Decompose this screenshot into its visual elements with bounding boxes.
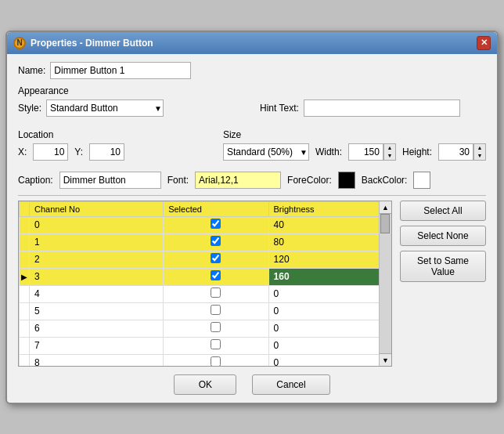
selected-cell bbox=[164, 337, 268, 354]
width-down-button[interactable]: ▼ bbox=[384, 152, 395, 160]
row-arrow-cell bbox=[20, 337, 30, 354]
selected-cell bbox=[164, 302, 268, 320]
row-arrow-cell bbox=[20, 354, 30, 367]
dialog: N Properties - Dimmer Button ✕ Name: App… bbox=[5, 31, 499, 404]
hint-input[interactable] bbox=[304, 99, 460, 117]
title-bar-left: N Properties - Dimmer Button bbox=[13, 37, 153, 49]
row-arrow-cell: ▶ bbox=[20, 268, 30, 285]
selected-cell bbox=[164, 216, 268, 233]
brightness-cell: 160 bbox=[268, 268, 391, 285]
main-area: Channel No Selected Brightness 040180212… bbox=[18, 201, 486, 367]
width-label: Width: bbox=[315, 146, 342, 157]
select-all-button[interactable]: Select All bbox=[400, 201, 486, 221]
table-row: 70 bbox=[20, 337, 391, 354]
table-row: 040 bbox=[20, 216, 391, 233]
selected-cell bbox=[164, 251, 268, 268]
size-section: Size Standard (50%) ▼ Width: ▲ ▼ bbox=[223, 129, 486, 165]
style-select[interactable]: Standard Button Toggle Button Custom bbox=[46, 99, 164, 117]
channel-checkbox[interactable] bbox=[211, 288, 221, 298]
close-button[interactable]: ✕ bbox=[477, 36, 491, 50]
brightness-cell: 0 bbox=[268, 337, 391, 354]
table-row: 60 bbox=[20, 320, 391, 337]
channel-checkbox[interactable] bbox=[211, 322, 221, 332]
table-row: 2120 bbox=[20, 251, 391, 268]
height-input[interactable] bbox=[438, 143, 473, 161]
table-header-row: Channel No Selected Brightness bbox=[20, 201, 391, 216]
hint-label: Hint Text: bbox=[260, 103, 299, 114]
row-arrow-cell bbox=[20, 216, 30, 233]
y-input[interactable] bbox=[89, 143, 124, 161]
select-none-button[interactable]: Select None bbox=[400, 226, 486, 246]
caption-label: Caption: bbox=[18, 175, 53, 186]
style-select-wrapper: Standard Button Toggle Button Custom ▼ bbox=[46, 99, 164, 117]
width-spinner: ▲ ▼ bbox=[348, 143, 396, 161]
width-up-button[interactable]: ▲ bbox=[384, 144, 395, 152]
font-label: Font: bbox=[167, 175, 189, 186]
style-hint-row: Style: Standard Button Toggle Button Cus… bbox=[18, 99, 486, 123]
channel-checkbox[interactable] bbox=[211, 270, 221, 280]
height-spinner: ▲ ▼ bbox=[438, 143, 486, 161]
ok-button[interactable]: OK bbox=[174, 374, 236, 395]
channel-no-cell: 1 bbox=[30, 233, 164, 251]
scroll-thumb[interactable] bbox=[380, 214, 390, 233]
height-down-button[interactable]: ▼ bbox=[474, 152, 485, 160]
cancel-button[interactable]: Cancel bbox=[252, 374, 329, 395]
location-label: Location bbox=[18, 129, 207, 140]
size-inputs: Standard (50%) ▼ Width: ▲ ▼ Height: bbox=[223, 143, 486, 161]
title-bar: N Properties - Dimmer Button ✕ bbox=[7, 32, 497, 54]
font-input[interactable] bbox=[195, 172, 281, 189]
height-spinner-btns: ▲ ▼ bbox=[473, 143, 486, 161]
channel-table: Channel No Selected Brightness 040180212… bbox=[19, 201, 391, 367]
fore-color-label: ForeColor: bbox=[287, 175, 332, 186]
height-up-button[interactable]: ▲ bbox=[474, 144, 485, 152]
width-input[interactable] bbox=[348, 143, 383, 161]
brightness-cell: 0 bbox=[268, 302, 391, 320]
style-row: Style: Standard Button Toggle Button Cus… bbox=[18, 99, 244, 117]
selected-cell bbox=[164, 285, 268, 302]
brightness-header: Brightness bbox=[268, 201, 391, 216]
fore-color-swatch[interactable] bbox=[338, 172, 355, 189]
row-arrow-cell bbox=[20, 233, 30, 251]
channel-no-cell: 5 bbox=[30, 302, 164, 320]
selected-cell bbox=[164, 320, 268, 337]
selected-cell bbox=[164, 354, 268, 367]
height-label: Height: bbox=[402, 146, 432, 157]
channel-checkbox[interactable] bbox=[211, 253, 221, 263]
selected-cell bbox=[164, 268, 268, 285]
location-inputs: X: Y: bbox=[18, 143, 207, 161]
table-row: 80 bbox=[20, 354, 391, 367]
channel-checkbox[interactable] bbox=[211, 356, 221, 367]
scroll-up-button[interactable]: ▲ bbox=[380, 201, 391, 214]
channel-table-body: 0401802120▶31604050607080 bbox=[20, 216, 391, 367]
table-row: 180 bbox=[20, 233, 391, 251]
caption-row: Caption: Font: ForeColor: BackColor: bbox=[18, 172, 486, 189]
brightness-cell: 0 bbox=[268, 354, 391, 367]
brightness-cell: 80 bbox=[268, 233, 391, 251]
hint-section: Hint Text: bbox=[260, 99, 486, 117]
style-label: Style: bbox=[18, 103, 41, 114]
row-arrow-cell bbox=[20, 320, 30, 337]
dialog-body: Name: Appearance Style: Standard Button … bbox=[7, 54, 497, 403]
x-label: X: bbox=[18, 146, 27, 157]
channel-checkbox[interactable] bbox=[211, 236, 221, 246]
set-same-value-button[interactable]: Set to Same Value bbox=[400, 251, 486, 282]
location-section: Location X: Y: bbox=[18, 129, 207, 165]
size-style-select[interactable]: Standard (50%) bbox=[223, 143, 309, 161]
row-arrow-cell bbox=[20, 302, 30, 320]
name-input[interactable] bbox=[50, 62, 191, 79]
channel-no-cell: 7 bbox=[30, 337, 164, 354]
app-icon: N bbox=[13, 37, 26, 49]
caption-input[interactable] bbox=[59, 172, 161, 189]
x-input[interactable] bbox=[33, 143, 68, 161]
channel-checkbox[interactable] bbox=[211, 305, 221, 315]
selected-header: Selected bbox=[164, 201, 268, 216]
channel-checkbox[interactable] bbox=[211, 339, 221, 349]
back-color-swatch[interactable] bbox=[413, 172, 430, 189]
table-row: 50 bbox=[20, 302, 391, 320]
size-style-wrapper: Standard (50%) ▼ bbox=[223, 143, 309, 161]
name-label: Name: bbox=[18, 65, 45, 76]
brightness-cell: 0 bbox=[268, 320, 391, 337]
scroll-down-button[interactable]: ▼ bbox=[380, 353, 391, 366]
channel-checkbox[interactable] bbox=[211, 219, 221, 229]
y-label: Y: bbox=[74, 146, 83, 157]
